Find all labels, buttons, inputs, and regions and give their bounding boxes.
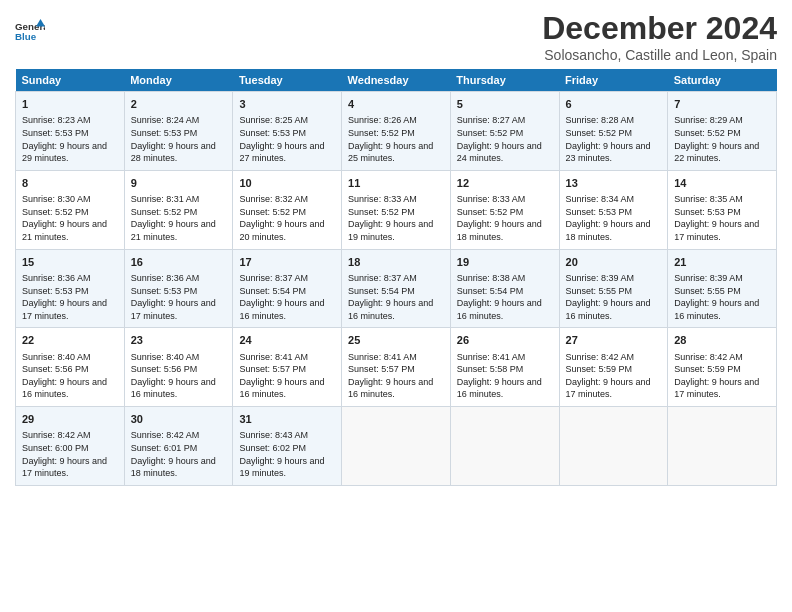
sunrise-line: Sunrise: 8:30 AM (22, 194, 91, 204)
day-cell: 4Sunrise: 8:26 AMSunset: 5:52 PMDaylight… (342, 92, 451, 171)
day-cell: 19Sunrise: 8:38 AMSunset: 5:54 PMDayligh… (450, 249, 559, 328)
daylight-line: Daylight: 9 hours and 23 minutes. (566, 141, 651, 164)
daylight-line: Daylight: 9 hours and 16 minutes. (674, 298, 759, 321)
sunset-line: Sunset: 5:55 PM (566, 286, 633, 296)
sunset-line: Sunset: 5:53 PM (674, 207, 741, 217)
sunset-line: Sunset: 5:52 PM (348, 128, 415, 138)
daylight-line: Daylight: 9 hours and 16 minutes. (239, 298, 324, 321)
sunrise-line: Sunrise: 8:38 AM (457, 273, 526, 283)
day-cell: 7Sunrise: 8:29 AMSunset: 5:52 PMDaylight… (668, 92, 777, 171)
day-number: 27 (566, 333, 662, 348)
daylight-line: Daylight: 9 hours and 19 minutes. (239, 456, 324, 479)
day-number: 15 (22, 255, 118, 270)
sunset-line: Sunset: 6:01 PM (131, 443, 198, 453)
daylight-line: Daylight: 9 hours and 16 minutes. (131, 377, 216, 400)
week-row-4: 22Sunrise: 8:40 AMSunset: 5:56 PMDayligh… (16, 328, 777, 407)
page: General Blue December 2024 Solosancho, C… (0, 0, 792, 612)
sunrise-line: Sunrise: 8:41 AM (457, 352, 526, 362)
sunrise-line: Sunrise: 8:31 AM (131, 194, 200, 204)
sunset-line: Sunset: 6:00 PM (22, 443, 89, 453)
day-cell: 15Sunrise: 8:36 AMSunset: 5:53 PMDayligh… (16, 249, 125, 328)
sunrise-line: Sunrise: 8:37 AM (239, 273, 308, 283)
week-row-2: 8Sunrise: 8:30 AMSunset: 5:52 PMDaylight… (16, 170, 777, 249)
daylight-line: Daylight: 9 hours and 18 minutes. (457, 219, 542, 242)
day-number: 24 (239, 333, 335, 348)
day-number: 30 (131, 412, 227, 427)
day-number: 2 (131, 97, 227, 112)
daylight-line: Daylight: 9 hours and 17 minutes. (674, 219, 759, 242)
daylight-line: Daylight: 9 hours and 21 minutes. (22, 219, 107, 242)
sunset-line: Sunset: 5:57 PM (348, 364, 415, 374)
sunrise-line: Sunrise: 8:29 AM (674, 115, 743, 125)
daylight-line: Daylight: 9 hours and 20 minutes. (239, 219, 324, 242)
sunrise-line: Sunrise: 8:23 AM (22, 115, 91, 125)
day-number: 11 (348, 176, 444, 191)
sunset-line: Sunset: 5:53 PM (131, 286, 198, 296)
day-cell: 21Sunrise: 8:39 AMSunset: 5:55 PMDayligh… (668, 249, 777, 328)
sunset-line: Sunset: 5:55 PM (674, 286, 741, 296)
sunset-line: Sunset: 5:53 PM (239, 128, 306, 138)
day-cell: 12Sunrise: 8:33 AMSunset: 5:52 PMDayligh… (450, 170, 559, 249)
sunset-line: Sunset: 5:53 PM (131, 128, 198, 138)
daylight-line: Daylight: 9 hours and 18 minutes. (131, 456, 216, 479)
sunrise-line: Sunrise: 8:39 AM (674, 273, 743, 283)
sunrise-line: Sunrise: 8:33 AM (348, 194, 417, 204)
day-header-wednesday: Wednesday (342, 69, 451, 92)
subtitle: Solosancho, Castille and Leon, Spain (542, 47, 777, 63)
calendar-table: SundayMondayTuesdayWednesdayThursdayFrid… (15, 69, 777, 486)
daylight-line: Daylight: 9 hours and 17 minutes. (566, 377, 651, 400)
day-header-sunday: Sunday (16, 69, 125, 92)
day-cell: 24Sunrise: 8:41 AMSunset: 5:57 PMDayligh… (233, 328, 342, 407)
day-cell: 8Sunrise: 8:30 AMSunset: 5:52 PMDaylight… (16, 170, 125, 249)
sunset-line: Sunset: 5:54 PM (239, 286, 306, 296)
daylight-line: Daylight: 9 hours and 24 minutes. (457, 141, 542, 164)
day-number: 29 (22, 412, 118, 427)
day-number: 16 (131, 255, 227, 270)
sunrise-line: Sunrise: 8:27 AM (457, 115, 526, 125)
daylight-line: Daylight: 9 hours and 22 minutes. (674, 141, 759, 164)
day-number: 25 (348, 333, 444, 348)
sunset-line: Sunset: 5:59 PM (566, 364, 633, 374)
daylight-line: Daylight: 9 hours and 28 minutes. (131, 141, 216, 164)
sunset-line: Sunset: 5:52 PM (566, 128, 633, 138)
day-number: 21 (674, 255, 770, 270)
daylight-line: Daylight: 9 hours and 16 minutes. (457, 377, 542, 400)
sunrise-line: Sunrise: 8:28 AM (566, 115, 635, 125)
sunset-line: Sunset: 5:53 PM (566, 207, 633, 217)
sunrise-line: Sunrise: 8:42 AM (22, 430, 91, 440)
sunrise-line: Sunrise: 8:36 AM (131, 273, 200, 283)
daylight-line: Daylight: 9 hours and 16 minutes. (566, 298, 651, 321)
week-row-5: 29Sunrise: 8:42 AMSunset: 6:00 PMDayligh… (16, 407, 777, 486)
day-cell: 29Sunrise: 8:42 AMSunset: 6:00 PMDayligh… (16, 407, 125, 486)
day-number: 9 (131, 176, 227, 191)
day-cell: 20Sunrise: 8:39 AMSunset: 5:55 PMDayligh… (559, 249, 668, 328)
day-number: 26 (457, 333, 553, 348)
sunrise-line: Sunrise: 8:34 AM (566, 194, 635, 204)
day-cell (342, 407, 451, 486)
sunset-line: Sunset: 5:57 PM (239, 364, 306, 374)
daylight-line: Daylight: 9 hours and 17 minutes. (674, 377, 759, 400)
day-cell: 30Sunrise: 8:42 AMSunset: 6:01 PMDayligh… (124, 407, 233, 486)
day-number: 1 (22, 97, 118, 112)
sunrise-line: Sunrise: 8:40 AM (131, 352, 200, 362)
sunrise-line: Sunrise: 8:42 AM (131, 430, 200, 440)
day-number: 5 (457, 97, 553, 112)
daylight-line: Daylight: 9 hours and 27 minutes. (239, 141, 324, 164)
daylight-line: Daylight: 9 hours and 16 minutes. (239, 377, 324, 400)
sunset-line: Sunset: 5:59 PM (674, 364, 741, 374)
title-block: December 2024 Solosancho, Castille and L… (542, 10, 777, 63)
day-number: 6 (566, 97, 662, 112)
day-cell (559, 407, 668, 486)
day-number: 10 (239, 176, 335, 191)
day-cell: 27Sunrise: 8:42 AMSunset: 5:59 PMDayligh… (559, 328, 668, 407)
day-header-friday: Friday (559, 69, 668, 92)
sunset-line: Sunset: 5:52 PM (22, 207, 89, 217)
day-header-thursday: Thursday (450, 69, 559, 92)
daylight-line: Daylight: 9 hours and 29 minutes. (22, 141, 107, 164)
day-number: 28 (674, 333, 770, 348)
daylight-line: Daylight: 9 hours and 16 minutes. (457, 298, 542, 321)
day-cell (668, 407, 777, 486)
daylight-line: Daylight: 9 hours and 17 minutes. (22, 456, 107, 479)
day-number: 18 (348, 255, 444, 270)
day-number: 13 (566, 176, 662, 191)
